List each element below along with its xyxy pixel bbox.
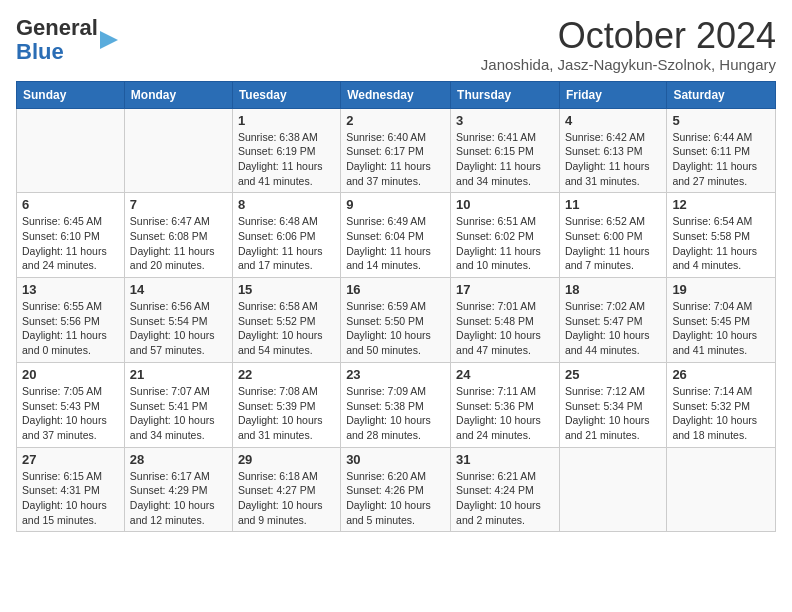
- calendar-cell: 10Sunrise: 6:51 AM Sunset: 6:02 PM Dayli…: [451, 193, 560, 278]
- day-number: 19: [672, 282, 770, 297]
- page-subtitle: Janoshida, Jasz-Nagykun-Szolnok, Hungary: [481, 56, 776, 73]
- calendar-cell: 23Sunrise: 7:09 AM Sunset: 5:38 PM Dayli…: [341, 362, 451, 447]
- day-number: 5: [672, 113, 770, 128]
- calendar-cell: 3Sunrise: 6:41 AM Sunset: 6:15 PM Daylig…: [451, 108, 560, 193]
- calendar-cell: 15Sunrise: 6:58 AM Sunset: 5:52 PM Dayli…: [232, 278, 340, 363]
- calendar-cell: 24Sunrise: 7:11 AM Sunset: 5:36 PM Dayli…: [451, 362, 560, 447]
- day-number: 26: [672, 367, 770, 382]
- day-info: Sunrise: 6:48 AM Sunset: 6:06 PM Dayligh…: [238, 214, 335, 273]
- day-number: 27: [22, 452, 119, 467]
- day-info: Sunrise: 7:14 AM Sunset: 5:32 PM Dayligh…: [672, 384, 770, 443]
- day-number: 14: [130, 282, 227, 297]
- calendar-cell: 2Sunrise: 6:40 AM Sunset: 6:17 PM Daylig…: [341, 108, 451, 193]
- logo: General Blue: [16, 16, 118, 64]
- day-number: 20: [22, 367, 119, 382]
- col-header-friday: Friday: [559, 81, 666, 108]
- calendar-cell: 20Sunrise: 7:05 AM Sunset: 5:43 PM Dayli…: [17, 362, 125, 447]
- day-number: 23: [346, 367, 445, 382]
- calendar-cell: 1Sunrise: 6:38 AM Sunset: 6:19 PM Daylig…: [232, 108, 340, 193]
- logo-general: General: [16, 15, 98, 40]
- day-number: 31: [456, 452, 554, 467]
- calendar-cell: [17, 108, 125, 193]
- col-header-sunday: Sunday: [17, 81, 125, 108]
- day-number: 28: [130, 452, 227, 467]
- day-info: Sunrise: 6:44 AM Sunset: 6:11 PM Dayligh…: [672, 130, 770, 189]
- calendar-cell: 5Sunrise: 6:44 AM Sunset: 6:11 PM Daylig…: [667, 108, 776, 193]
- calendar-cell: 4Sunrise: 6:42 AM Sunset: 6:13 PM Daylig…: [559, 108, 666, 193]
- col-header-monday: Monday: [124, 81, 232, 108]
- day-number: 16: [346, 282, 445, 297]
- calendar-cell: 14Sunrise: 6:56 AM Sunset: 5:54 PM Dayli…: [124, 278, 232, 363]
- page-header: General Blue October 2024 Janoshida, Jas…: [16, 16, 776, 73]
- calendar-cell: [667, 447, 776, 532]
- calendar-cell: 16Sunrise: 6:59 AM Sunset: 5:50 PM Dayli…: [341, 278, 451, 363]
- day-info: Sunrise: 6:42 AM Sunset: 6:13 PM Dayligh…: [565, 130, 661, 189]
- calendar-cell: 17Sunrise: 7:01 AM Sunset: 5:48 PM Dayli…: [451, 278, 560, 363]
- calendar-cell: 26Sunrise: 7:14 AM Sunset: 5:32 PM Dayli…: [667, 362, 776, 447]
- day-number: 17: [456, 282, 554, 297]
- logo-blue: Blue: [16, 40, 98, 64]
- calendar-cell: 7Sunrise: 6:47 AM Sunset: 6:08 PM Daylig…: [124, 193, 232, 278]
- day-number: 3: [456, 113, 554, 128]
- day-number: 24: [456, 367, 554, 382]
- day-info: Sunrise: 6:51 AM Sunset: 6:02 PM Dayligh…: [456, 214, 554, 273]
- calendar-cell: 30Sunrise: 6:20 AM Sunset: 4:26 PM Dayli…: [341, 447, 451, 532]
- svg-marker-0: [100, 31, 118, 49]
- day-info: Sunrise: 7:07 AM Sunset: 5:41 PM Dayligh…: [130, 384, 227, 443]
- day-info: Sunrise: 6:41 AM Sunset: 6:15 PM Dayligh…: [456, 130, 554, 189]
- day-number: 22: [238, 367, 335, 382]
- col-header-wednesday: Wednesday: [341, 81, 451, 108]
- calendar-cell: [124, 108, 232, 193]
- calendar-cell: 13Sunrise: 6:55 AM Sunset: 5:56 PM Dayli…: [17, 278, 125, 363]
- day-info: Sunrise: 7:02 AM Sunset: 5:47 PM Dayligh…: [565, 299, 661, 358]
- day-info: Sunrise: 6:17 AM Sunset: 4:29 PM Dayligh…: [130, 469, 227, 528]
- day-number: 13: [22, 282, 119, 297]
- day-number: 18: [565, 282, 661, 297]
- day-info: Sunrise: 6:58 AM Sunset: 5:52 PM Dayligh…: [238, 299, 335, 358]
- day-number: 1: [238, 113, 335, 128]
- day-info: Sunrise: 6:59 AM Sunset: 5:50 PM Dayligh…: [346, 299, 445, 358]
- day-info: Sunrise: 7:01 AM Sunset: 5:48 PM Dayligh…: [456, 299, 554, 358]
- day-number: 7: [130, 197, 227, 212]
- day-info: Sunrise: 6:38 AM Sunset: 6:19 PM Dayligh…: [238, 130, 335, 189]
- calendar-cell: 6Sunrise: 6:45 AM Sunset: 6:10 PM Daylig…: [17, 193, 125, 278]
- col-header-thursday: Thursday: [451, 81, 560, 108]
- day-number: 15: [238, 282, 335, 297]
- day-info: Sunrise: 6:56 AM Sunset: 5:54 PM Dayligh…: [130, 299, 227, 358]
- day-info: Sunrise: 7:04 AM Sunset: 5:45 PM Dayligh…: [672, 299, 770, 358]
- day-number: 30: [346, 452, 445, 467]
- calendar-cell: 25Sunrise: 7:12 AM Sunset: 5:34 PM Dayli…: [559, 362, 666, 447]
- calendar-cell: 19Sunrise: 7:04 AM Sunset: 5:45 PM Dayli…: [667, 278, 776, 363]
- day-info: Sunrise: 6:55 AM Sunset: 5:56 PM Dayligh…: [22, 299, 119, 358]
- day-number: 4: [565, 113, 661, 128]
- day-info: Sunrise: 6:18 AM Sunset: 4:27 PM Dayligh…: [238, 469, 335, 528]
- calendar-cell: 27Sunrise: 6:15 AM Sunset: 4:31 PM Dayli…: [17, 447, 125, 532]
- day-number: 29: [238, 452, 335, 467]
- calendar-cell: 11Sunrise: 6:52 AM Sunset: 6:00 PM Dayli…: [559, 193, 666, 278]
- calendar-cell: [559, 447, 666, 532]
- logo-arrow-icon: [100, 29, 118, 51]
- day-number: 6: [22, 197, 119, 212]
- calendar-cell: 28Sunrise: 6:17 AM Sunset: 4:29 PM Dayli…: [124, 447, 232, 532]
- col-header-saturday: Saturday: [667, 81, 776, 108]
- day-number: 8: [238, 197, 335, 212]
- day-info: Sunrise: 6:54 AM Sunset: 5:58 PM Dayligh…: [672, 214, 770, 273]
- day-info: Sunrise: 6:15 AM Sunset: 4:31 PM Dayligh…: [22, 469, 119, 528]
- day-info: Sunrise: 6:40 AM Sunset: 6:17 PM Dayligh…: [346, 130, 445, 189]
- calendar-cell: 12Sunrise: 6:54 AM Sunset: 5:58 PM Dayli…: [667, 193, 776, 278]
- calendar-cell: 21Sunrise: 7:07 AM Sunset: 5:41 PM Dayli…: [124, 362, 232, 447]
- title-block: October 2024 Janoshida, Jasz-Nagykun-Szo…: [481, 16, 776, 73]
- day-info: Sunrise: 7:08 AM Sunset: 5:39 PM Dayligh…: [238, 384, 335, 443]
- calendar-cell: 9Sunrise: 6:49 AM Sunset: 6:04 PM Daylig…: [341, 193, 451, 278]
- day-number: 12: [672, 197, 770, 212]
- calendar-cell: 29Sunrise: 6:18 AM Sunset: 4:27 PM Dayli…: [232, 447, 340, 532]
- day-info: Sunrise: 7:11 AM Sunset: 5:36 PM Dayligh…: [456, 384, 554, 443]
- calendar-cell: 18Sunrise: 7:02 AM Sunset: 5:47 PM Dayli…: [559, 278, 666, 363]
- day-info: Sunrise: 6:52 AM Sunset: 6:00 PM Dayligh…: [565, 214, 661, 273]
- day-info: Sunrise: 6:45 AM Sunset: 6:10 PM Dayligh…: [22, 214, 119, 273]
- day-number: 2: [346, 113, 445, 128]
- day-info: Sunrise: 7:05 AM Sunset: 5:43 PM Dayligh…: [22, 384, 119, 443]
- calendar-cell: 31Sunrise: 6:21 AM Sunset: 4:24 PM Dayli…: [451, 447, 560, 532]
- day-number: 25: [565, 367, 661, 382]
- col-header-tuesday: Tuesday: [232, 81, 340, 108]
